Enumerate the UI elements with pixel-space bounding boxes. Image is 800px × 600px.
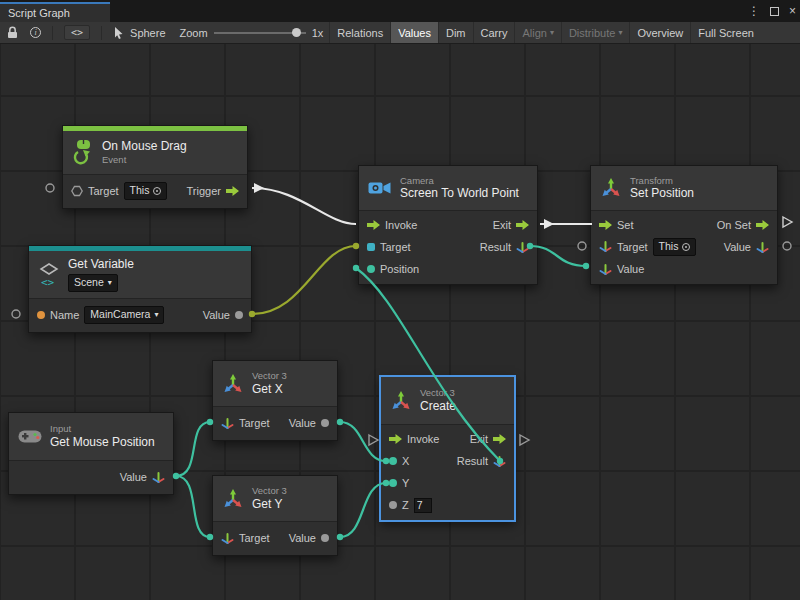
- target-dot-icon: [682, 243, 690, 251]
- position-port[interactable]: [367, 265, 375, 273]
- menu-icon[interactable]: ⋮: [748, 4, 760, 18]
- flow-arrow-icon[interactable]: [367, 220, 380, 231]
- node-header: Vector 3 Get X: [213, 361, 337, 407]
- node-title: On Mouse Drag: [102, 139, 187, 154]
- node-get-y[interactable]: Vector 3 Get Y Target Value: [212, 475, 338, 556]
- axis-icon[interactable]: [152, 471, 165, 484]
- target-port[interactable]: [367, 243, 375, 251]
- node-get-x[interactable]: Vector 3 Get X Target Value: [212, 360, 338, 441]
- port-row: Set On Set: [591, 214, 777, 236]
- port-row: Value: [591, 258, 777, 280]
- node-category: Vector 3: [252, 485, 287, 497]
- target-dot-icon: [153, 187, 161, 195]
- zoom-slider[interactable]: [214, 32, 306, 34]
- relations-button[interactable]: Relations: [329, 22, 390, 43]
- node-title: Get Y: [252, 497, 287, 512]
- x-port[interactable]: [389, 457, 397, 465]
- node-screen-to-world-point[interactable]: Camera Screen To World Point Invoke Exit…: [358, 165, 538, 285]
- value-port[interactable]: [321, 534, 329, 542]
- tab-script-graph[interactable]: Script Graph: [0, 2, 110, 22]
- zoom-slider-thumb[interactable]: [292, 28, 301, 37]
- maximize-icon[interactable]: [770, 7, 779, 16]
- align-button[interactable]: Align▾: [514, 22, 560, 43]
- port-label-z: Z: [402, 499, 409, 511]
- z-port[interactable]: [389, 501, 397, 509]
- node-on-mouse-drag[interactable]: On Mouse Drag Event Target This Trigger: [62, 125, 248, 209]
- chevron-down-icon: ▾: [108, 278, 112, 288]
- port-label-value: Value: [289, 417, 316, 429]
- node-title: Create: [420, 399, 456, 414]
- port-row: Invoke Exit: [359, 214, 537, 236]
- values-button[interactable]: Values: [390, 22, 438, 43]
- port-label-value: Value: [289, 532, 316, 544]
- port-label-on-set: On Set: [717, 219, 751, 231]
- node-header: Camera Screen To World Point: [359, 166, 537, 211]
- node-get-mouse-position[interactable]: Input Get Mouse Position Value: [8, 412, 174, 495]
- z-value-input[interactable]: [414, 498, 432, 513]
- lock-icon[interactable]: [0, 22, 24, 43]
- pointer-icon: [107, 22, 130, 43]
- y-port[interactable]: [389, 479, 397, 487]
- port-label-x: X: [402, 455, 409, 467]
- chevron-down-icon: ▾: [550, 28, 554, 37]
- carry-button[interactable]: Carry: [473, 22, 515, 43]
- fullscreen-button[interactable]: Full Screen: [690, 22, 761, 43]
- flow-arrow-icon[interactable]: [599, 220, 612, 231]
- overview-button[interactable]: Overview: [629, 22, 690, 43]
- node-get-variable[interactable]: <> Get Variable Scene▾ Name MainCamera▾ …: [28, 245, 252, 333]
- port-label-y: Y: [402, 477, 409, 489]
- port-row: Position: [359, 258, 537, 280]
- flow-arrow-icon[interactable]: [389, 434, 402, 445]
- scope-dropdown[interactable]: Scene▾: [68, 274, 118, 292]
- chevron-down-icon: ▾: [618, 28, 622, 37]
- flow-arrow-icon[interactable]: [516, 220, 529, 231]
- axis-icon[interactable]: [221, 417, 234, 430]
- port-row: Value: [9, 464, 173, 490]
- this-chip[interactable]: This: [653, 238, 697, 256]
- value-port[interactable]: [235, 311, 243, 319]
- port-label-target: Target: [239, 532, 270, 544]
- close-icon[interactable]: ×: [789, 4, 796, 18]
- port-label-trigger: Trigger: [187, 185, 221, 197]
- flow-arrow-icon[interactable]: [493, 434, 506, 445]
- flow-arrow-icon[interactable]: [226, 186, 239, 197]
- distribute-button[interactable]: Distribute▾: [561, 22, 629, 43]
- axis-icon[interactable]: [599, 240, 612, 253]
- node-header: Vector 3 Create: [381, 377, 514, 425]
- node-title: Screen To World Point: [400, 186, 519, 201]
- this-chip[interactable]: This: [124, 182, 168, 200]
- node-subtitle: Event: [102, 154, 187, 166]
- name-port[interactable]: [37, 311, 45, 319]
- code-icon: <>: [64, 25, 90, 40]
- port-row: Z: [381, 494, 514, 516]
- port-label-invoke: Invoke: [385, 219, 417, 231]
- axis-icon[interactable]: [756, 241, 769, 254]
- info-icon[interactable]: i: [24, 22, 47, 43]
- port-row: Y: [381, 472, 514, 494]
- node-vector3-create[interactable]: Vector 3 Create Invoke Exit X Result Y Z: [380, 376, 515, 521]
- graph-target-name[interactable]: Sphere: [130, 27, 165, 39]
- code-view-button[interactable]: <>: [58, 22, 96, 43]
- node-title: Set Position: [630, 186, 694, 201]
- port-row: X Result: [381, 450, 514, 472]
- node-header: Input Get Mouse Position: [9, 413, 173, 461]
- flow-arrow-icon[interactable]: [756, 220, 769, 231]
- dim-button[interactable]: Dim: [438, 22, 473, 43]
- lock-icon-svg: [6, 26, 18, 39]
- variable-name-dropdown[interactable]: MainCamera▾: [84, 306, 164, 324]
- axis-icon[interactable]: [516, 241, 529, 254]
- axis-icon[interactable]: [599, 263, 612, 276]
- transform-icon: [600, 177, 622, 199]
- port-row: Target This Trigger: [63, 178, 247, 204]
- vector3-icon: [222, 488, 244, 510]
- node-header: Transform Set Position: [591, 166, 777, 211]
- node-category: Vector 3: [252, 370, 287, 382]
- axis-icon[interactable]: [493, 455, 506, 468]
- node-category: Transform: [630, 175, 694, 187]
- chevron-down-icon: ▾: [154, 310, 158, 320]
- node-set-position[interactable]: Transform Set Position Set On Set Target…: [590, 165, 778, 285]
- axis-icon[interactable]: [221, 532, 234, 545]
- port-label-value: Value: [120, 471, 147, 483]
- node-title: Get Mouse Position: [50, 435, 155, 450]
- value-port[interactable]: [321, 419, 329, 427]
